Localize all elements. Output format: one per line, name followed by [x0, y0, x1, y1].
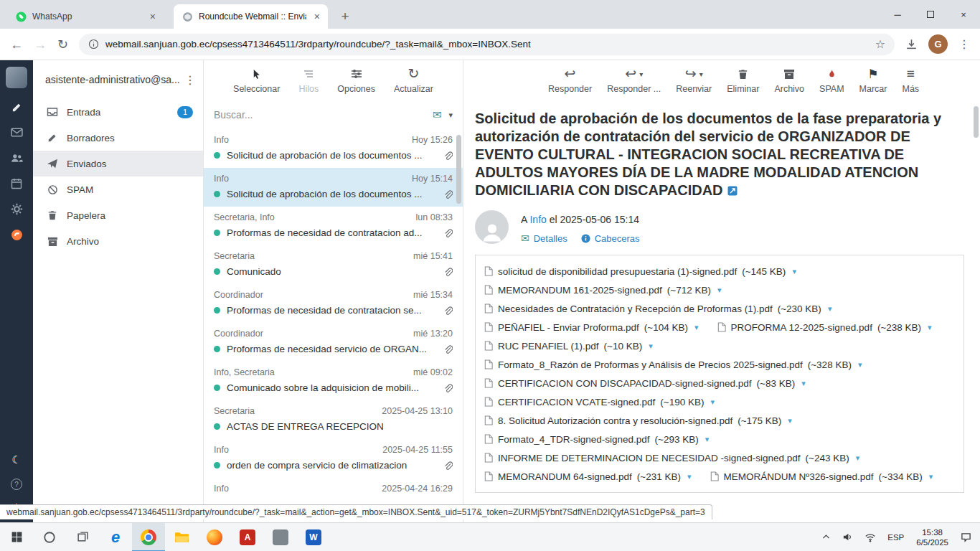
message-row[interactable]: Info, Secretaria mié 09:02 Comunicado so… [204, 362, 463, 400]
browser-profile-avatar[interactable]: G [928, 34, 948, 54]
delete-button[interactable]: Eliminar [727, 67, 759, 100]
attachment-item[interactable]: Necesidades de Contratación y Recepción … [484, 299, 831, 318]
start-button[interactable] [0, 523, 33, 551]
attachment-item[interactable]: PEÑAFIEL - Enviar Proforma.pdf (~104 KB)… [484, 318, 699, 336]
attachment-name[interactable]: Formato_8_Razón de Proformas y Análisis … [498, 359, 803, 370]
attachment-name[interactable]: Formato_4_TDR-signed-signed.pdf [498, 434, 650, 445]
list-scrollbar[interactable] [456, 135, 461, 204]
mail-icon[interactable] [11, 126, 23, 138]
reply-button[interactable]: ↩ Responder [548, 67, 592, 100]
archive-button[interactable]: Archivo [774, 67, 804, 100]
folder-item-papelera[interactable]: Papelera [33, 202, 203, 228]
downloads-icon[interactable] [905, 38, 918, 50]
headers-link[interactable]: Cabeceras [581, 233, 640, 244]
message-row[interactable]: Secretaria mié 15:41 Comunicado [204, 245, 463, 284]
attachment-item[interactable]: Formato_4_TDR-signed-signed.pdf (~293 KB… [484, 430, 709, 448]
options-button[interactable]: Opciones [337, 67, 375, 100]
account-menu-icon[interactable]: ⋮ [184, 73, 196, 87]
back-button[interactable]: ← [10, 38, 23, 51]
close-window-button[interactable]: × [947, 0, 980, 29]
cpanel-icon[interactable] [11, 229, 23, 241]
spam-button[interactable]: SPAM [819, 67, 844, 100]
url-bar[interactable]: webmail.sanjuan.gob.ec/cpsess4713464511/… [79, 34, 895, 55]
message-row[interactable]: Info 2025-04-25 11:55 orden de compra se… [204, 439, 463, 478]
maximize-button[interactable] [914, 0, 947, 29]
url-text[interactable]: webmail.sanjuan.gob.ec/cpsess4713464511/… [105, 39, 869, 50]
tab-close-icon[interactable]: × [148, 11, 158, 22]
taskbar-clock[interactable]: 15:386/5/2025 [910, 527, 955, 547]
folder-item-enviados[interactable]: Enviados [33, 151, 203, 176]
message-row[interactable]: Secretaria, Info lun 08:33 Proformas de … [204, 207, 463, 245]
folder-item-borradores[interactable]: Borradores [33, 125, 203, 151]
settings-gear-icon[interactable] [11, 203, 23, 215]
attachment-menu-caret-icon[interactable]: ▾ [788, 416, 792, 425]
tab-close-icon[interactable]: × [312, 11, 322, 22]
attachment-item[interactable]: CERTIFICACION VCATE-signed.pdf (~190 KB)… [484, 392, 715, 411]
attachment-name[interactable]: CERTIFICACION CON DISCAPACIDAD-signed-si… [498, 378, 752, 389]
details-link[interactable]: ✉Detalles [521, 232, 567, 244]
message-row[interactable]: Coordinador mié 13:20 Proformas de neces… [204, 323, 463, 362]
dark-mode-moon-icon[interactable]: ☾ [11, 453, 21, 466]
attachment-item[interactable]: solicitud de disponibilidad presupuestar… [484, 262, 796, 281]
volume-icon[interactable] [837, 523, 859, 551]
attachment-item[interactable]: INFORME DE DETERMINACION DE NECESIDAD -s… [484, 448, 859, 467]
attachment-menu-caret-icon[interactable]: ▾ [858, 360, 862, 369]
search-options-caret-icon[interactable]: ▾ [448, 110, 453, 120]
contacts-icon[interactable] [11, 152, 23, 164]
tab-roundcube[interactable]: Roundcube Webmail :: Enviad × [174, 4, 328, 29]
message-row[interactable]: Info Hoy 15:26 Solicitud de aprobación d… [204, 129, 463, 168]
webmail-logo[interactable] [6, 67, 27, 88]
task-view-button[interactable] [66, 523, 99, 551]
attachment-menu-caret-icon[interactable]: ▾ [710, 397, 715, 407]
attachment-name[interactable]: INFORME DE DETERMINACION DE NECESIDAD -s… [498, 453, 801, 463]
attachment-item[interactable]: MEMORANDUM 161-2025-signed.pdf (~712 KB)… [484, 281, 722, 299]
attachment-item[interactable]: 8. Solicitud Autorización contra y resol… [484, 411, 792, 430]
attachment-menu-caret-icon[interactable]: ▾ [694, 323, 699, 332]
tab-whatsapp[interactable]: WhatsApp × [7, 4, 164, 29]
refresh-button-mail[interactable]: ↻ Actualizar [394, 67, 433, 100]
file-explorer-icon[interactable] [165, 523, 198, 551]
calendar-icon[interactable] [11, 178, 22, 189]
attachment-menu-caret-icon[interactable]: ▾ [687, 472, 692, 481]
attachment-name[interactable]: 8. Solicitud Autorización contra y resol… [498, 415, 732, 426]
attachment-name[interactable]: MEMORÁNDUM Nº326-signed.pdf [724, 471, 874, 482]
search-scope-envelope-icon[interactable]: ✉ [433, 108, 442, 121]
message-row[interactable]: Coordinador mié 15:34 Proformas de neces… [204, 284, 463, 323]
forward-button[interactable]: → [34, 38, 47, 51]
select-button[interactable]: Seleccionar [233, 67, 280, 100]
attachment-item[interactable]: Formato_8_Razón de Proformas y Análisis … [484, 355, 862, 374]
open-external-icon[interactable] [727, 186, 738, 196]
minimize-button[interactable]: ─ [881, 0, 914, 29]
forward-button[interactable]: ↪▾ Reenviar [676, 67, 712, 100]
word-icon[interactable] [297, 523, 330, 551]
attachment-menu-caret-icon[interactable]: ▾ [717, 286, 722, 295]
attachment-name[interactable]: RUC PENAFIEL (1).pdf [498, 341, 599, 352]
attachment-item[interactable]: MEMORANDUM 64-signed.pdf (~231 KB) ▾ [484, 467, 692, 486]
recipient-link[interactable]: Info [529, 214, 546, 225]
threads-button[interactable]: Hilos [298, 67, 319, 100]
attachment-name[interactable]: Necesidades de Contratación y Recepción … [498, 303, 773, 314]
search-input[interactable] [214, 109, 425, 121]
attachment-menu-caret-icon[interactable]: ▾ [801, 379, 806, 388]
reply-all-button[interactable]: ↩▾ Responder ... [607, 67, 661, 100]
browser-menu-icon[interactable]: ⋮ [958, 37, 970, 51]
attachment-item[interactable]: RUC PENAFIEL (1).pdf (~10 KB) ▾ [484, 336, 653, 355]
caret-down-icon[interactable]: ▾ [699, 70, 703, 78]
caret-down-icon[interactable]: ▾ [639, 70, 643, 78]
attachment-menu-caret-icon[interactable]: ▾ [828, 304, 832, 314]
attachment-menu-caret-icon[interactable]: ▾ [649, 342, 653, 351]
tray-chevron-up-icon[interactable] [816, 523, 837, 551]
folder-item-entrada[interactable]: Entrada 1 [33, 99, 203, 125]
attachment-menu-caret-icon[interactable]: ▾ [928, 323, 932, 332]
attachment-name[interactable]: PROFORMA 12-2025-signed.pdf [731, 322, 872, 333]
more-button[interactable]: ≡ Más [902, 67, 919, 100]
edge-icon[interactable]: e [99, 523, 132, 551]
chrome-icon[interactable] [132, 523, 165, 551]
attachment-menu-caret-icon[interactable]: ▾ [856, 453, 860, 463]
new-tab-button[interactable]: + [335, 6, 355, 27]
folder-item-archivo[interactable]: Archivo [33, 228, 203, 254]
attachment-name[interactable]: MEMORANDUM 64-signed.pdf [498, 471, 632, 482]
attachment-item[interactable]: CERTIFICACION CON DISCAPACIDAD-signed-si… [484, 374, 806, 392]
search-button[interactable] [33, 523, 66, 551]
attachment-menu-caret-icon[interactable]: ▾ [792, 267, 796, 276]
